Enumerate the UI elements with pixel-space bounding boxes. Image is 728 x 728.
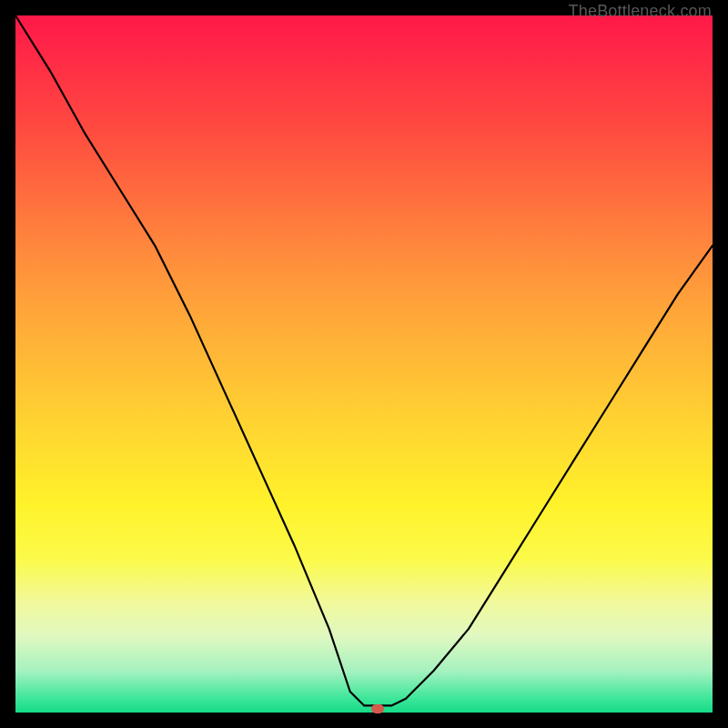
chart-frame: TheBottleneck.com	[0, 0, 728, 728]
bottleneck-curve	[15, 15, 713, 713]
watermark-text: TheBottleneck.com	[569, 2, 712, 21]
plot-area	[15, 15, 713, 713]
optimum-marker	[371, 704, 384, 713]
